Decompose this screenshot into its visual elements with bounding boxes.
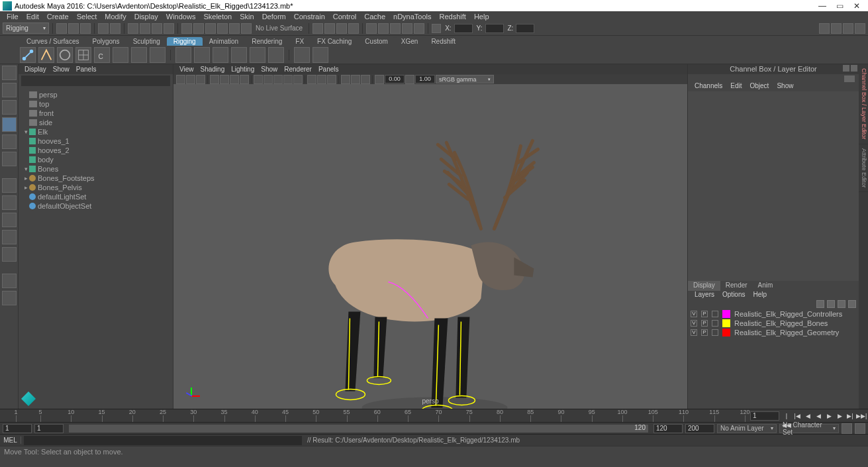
- select-by-type-icon[interactable]: [164, 23, 174, 34]
- shelf-tab-fx[interactable]: FX: [289, 37, 311, 46]
- outliner-item-front[interactable]: front: [19, 109, 173, 118]
- vp-exposure-input[interactable]: 0.00: [385, 75, 405, 83]
- vp-menu-panels[interactable]: Panels: [315, 66, 342, 73]
- shelf-constraint-1-icon[interactable]: [175, 47, 191, 63]
- menu-constrain[interactable]: Constrain: [290, 13, 329, 21]
- shelf-tab-fx-caching[interactable]: FX Caching: [311, 37, 358, 46]
- layout-three-icon[interactable]: [2, 247, 17, 262]
- outliner-search-input[interactable]: [21, 76, 170, 86]
- layout-icon-4[interactable]: [402, 23, 412, 34]
- shelf-tab-redshift[interactable]: Redshift: [424, 37, 462, 46]
- make-live-icon[interactable]: [241, 23, 252, 34]
- scale-tool-icon[interactable]: [2, 152, 17, 166]
- shelf-blend-icon[interactable]: [113, 47, 128, 63]
- menu-ndynatools[interactable]: nDynaTools: [389, 13, 435, 21]
- menu-modify[interactable]: Modify: [101, 13, 130, 21]
- layout-two-v-icon[interactable]: [2, 230, 17, 244]
- menu-cache[interactable]: Cache: [360, 13, 389, 21]
- shelf-constraint-6-icon[interactable]: [268, 47, 284, 63]
- maximize-button[interactable]: ▭: [831, 1, 848, 11]
- shelf-tab-animation[interactable]: Animation: [203, 37, 245, 46]
- shelf-tab-xgen[interactable]: XGen: [395, 37, 425, 46]
- display-layer-realistic_elk_rigged_geometry[interactable]: VPRealistic_Elk_Rigged_Geometry: [688, 328, 859, 337]
- snap-grid-icon[interactable]: [181, 23, 192, 34]
- time-slider[interactable]: 1510152025303540455055606570758085909510…: [0, 409, 868, 422]
- display-layer-realistic_elk_rigged_bones[interactable]: VPRealistic_Elk_Rigged_Bones: [688, 319, 859, 328]
- side-tab-channelbox[interactable]: Channel Box / Layer Editor: [859, 64, 868, 144]
- vp-menu-show[interactable]: Show: [258, 66, 281, 73]
- layer-new-empty-icon[interactable]: [838, 300, 845, 308]
- outliner-item-hooves_2[interactable]: hooves_2: [19, 146, 173, 155]
- layer-menu-options[interactable]: Options: [718, 291, 749, 300]
- graph-editor-icon[interactable]: [2, 291, 17, 305]
- menu-skeleton[interactable]: Skeleton: [199, 13, 236, 21]
- display-layer-realistic_elk_rigged_controllers[interactable]: VPRealistic_Elk_Rigged_Controllers: [688, 309, 859, 319]
- lasso-select-icon[interactable]: [140, 23, 150, 34]
- shelf-constraint-3-icon[interactable]: [213, 47, 228, 63]
- layout-icon-3[interactable]: [390, 23, 401, 34]
- construction-history-icon[interactable]: [313, 23, 323, 34]
- range-slider[interactable]: 120: [69, 425, 648, 433]
- shelf-constraint-4-icon[interactable]: [231, 47, 247, 63]
- layer-move-down-icon[interactable]: [827, 300, 835, 308]
- shelf-joint-icon[interactable]: [20, 47, 36, 63]
- undo-icon[interactable]: [98, 23, 109, 34]
- menu-control[interactable]: Control: [329, 13, 360, 21]
- shelf-skin-icon[interactable]: [57, 47, 73, 63]
- step-fwd-icon[interactable]: ▶: [835, 411, 844, 421]
- vp-grid-icon[interactable]: [210, 75, 219, 84]
- go-end-icon[interactable]: ▶▶|: [856, 411, 865, 421]
- shelf-wire-icon[interactable]: [150, 47, 166, 63]
- range-start-inner[interactable]: 1: [34, 424, 64, 433]
- menu-help[interactable]: Help: [470, 13, 493, 21]
- vp-gamma-icon[interactable]: [405, 75, 414, 84]
- shelf-extra-2-icon[interactable]: [313, 47, 328, 63]
- shelf-cluster-icon[interactable]: C: [94, 47, 110, 63]
- menu-redshift[interactable]: Redshift: [436, 13, 470, 21]
- vp-shaded-icon[interactable]: [264, 75, 273, 84]
- cb-menu-channels[interactable]: Channels: [691, 82, 726, 91]
- menu-set-dropdown[interactable]: Rigging: [3, 23, 49, 34]
- input-mode-icon[interactable]: [844, 76, 855, 82]
- outliner-item-defaultobjectset[interactable]: defaultObjectSet: [19, 201, 173, 211]
- sidebar-toggle-3-icon[interactable]: [843, 23, 853, 34]
- layer-menu-help[interactable]: Help: [749, 291, 771, 300]
- close-button[interactable]: ✕: [848, 1, 865, 11]
- menu-edit[interactable]: Edit: [23, 13, 43, 21]
- vp-textured-icon[interactable]: [273, 75, 283, 84]
- vp-xray-joints-icon[interactable]: [327, 75, 336, 84]
- vp-menu-lighting[interactable]: Lighting: [228, 66, 258, 73]
- layer-tab-display[interactable]: Display: [688, 281, 720, 291]
- layout-single-icon[interactable]: [2, 178, 17, 193]
- layout-icon-5[interactable]: [414, 23, 424, 34]
- cb-menu-show[interactable]: Show: [773, 82, 797, 91]
- shelf-extra-1-icon[interactable]: [294, 47, 310, 63]
- open-scene-icon[interactable]: [68, 23, 79, 34]
- sidebar-toggle-4-icon[interactable]: [855, 23, 865, 34]
- vp-res-gate-icon[interactable]: [230, 75, 239, 84]
- vp-menu-shading[interactable]: Shading: [197, 66, 228, 73]
- outliner-item-defaultlightset[interactable]: defaultLightSet: [19, 192, 173, 201]
- script-lang-button[interactable]: MEL: [0, 437, 21, 444]
- vp-isolate-icon[interactable]: [307, 75, 316, 84]
- outliner-item-bones_pelvis[interactable]: ▸Bones_Pelvis: [19, 183, 173, 192]
- vp-wireframe-icon[interactable]: [254, 75, 263, 84]
- step-back-icon[interactable]: ◀: [803, 411, 812, 421]
- vp-menu-renderer[interactable]: Renderer: [281, 66, 315, 73]
- menu-display[interactable]: Display: [130, 13, 162, 21]
- shelf-tab-rigging[interactable]: Rigging: [167, 37, 203, 46]
- sidebar-toggle-1-icon[interactable]: [819, 23, 830, 34]
- layer-tab-render[interactable]: Render: [720, 281, 753, 291]
- vp-lights-icon[interactable]: [283, 75, 293, 84]
- layer-tab-anim[interactable]: Anim: [753, 281, 779, 291]
- menu-windows[interactable]: Windows: [162, 13, 200, 21]
- shelf-tab-custom[interactable]: Custom: [358, 37, 394, 46]
- new-scene-icon[interactable]: [56, 23, 67, 34]
- layer-new-selected-icon[interactable]: [848, 300, 856, 308]
- select-tool-icon[interactable]: [2, 66, 17, 80]
- vp-bookmark-icon[interactable]: [186, 75, 195, 84]
- outliner-menu-panels[interactable]: Panels: [73, 66, 100, 73]
- go-start-icon[interactable]: |◀◀: [782, 411, 791, 421]
- vp-menu-view[interactable]: View: [176, 66, 197, 73]
- panel-pin-icon[interactable]: [843, 65, 849, 72]
